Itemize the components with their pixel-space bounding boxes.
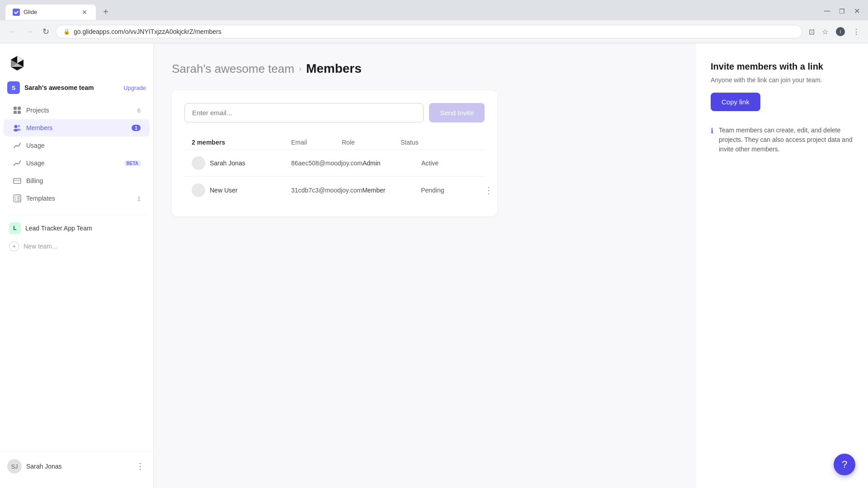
row-menu-button[interactable]: ⋮ [482,183,495,197]
invite-link-desc: Anyone with the link can join your team. [711,76,854,84]
more-options-button[interactable]: ⋮ [850,25,863,39]
sidebar-item-templates[interactable]: Templates 1 [4,190,150,207]
sidebar-item-usage[interactable]: Usage [4,137,150,154]
invite-link-title: Invite members with a link [711,61,854,72]
glide-logo-icon [9,54,25,70]
usage-icon [13,141,22,150]
member-email: 31cdb7c3@moodjoy.com [291,187,362,194]
app-container: S Sarah's awesome team Upgrade Projects … [0,43,868,488]
projects-count: 6 [137,107,141,114]
tab-title: Glide [24,9,77,15]
sidebar-team-lead-tracker[interactable]: L Lead Tracker App Team [0,219,153,238]
svg-rect-7 [14,107,17,110]
user-name: Sarah Jonas [26,463,62,470]
page-title: Members [306,61,362,76]
nav-items: Projects 6 Members 1 Usage [0,98,153,211]
sidebar-divider [7,215,146,215]
usage-beta-icon [13,159,22,168]
page-header: Sarah's awesome team › Members [172,61,678,76]
templates-icon [13,194,22,203]
member-name: New User [210,187,237,194]
lock-icon: 🔒 [63,28,70,35]
send-invite-button[interactable]: Send Invite [429,103,485,122]
nav-actions: ⊡ ☆ I ⋮ [806,24,863,39]
svg-point-13 [18,125,20,127]
info-text: Team members can create, edit, and delet… [719,126,854,154]
member-name: Sarah Jonas [210,160,245,167]
bookmark-button[interactable]: ☆ [819,25,831,39]
svg-rect-8 [18,107,21,110]
browser-tab[interactable]: Glide ✕ [5,5,96,20]
new-tab-button[interactable]: + [99,5,112,19]
members-label: Members [26,124,127,131]
members-badge: 1 [132,125,141,131]
table-row: Sarah Jonas 86aec508@moodjoy.com Admin A… [184,150,485,176]
profile-button[interactable]: I [833,24,848,39]
sidebar-item-projects[interactable]: Projects 6 [4,102,150,119]
members-table: 2 members Email Role Status Sarah Jonas … [184,135,485,204]
tab-favicon [13,9,20,16]
templates-label: Templates [26,195,133,202]
help-button[interactable]: ? [834,454,855,475]
sidebar-logo [0,51,153,78]
svg-rect-18 [14,195,16,202]
sidebar: S Sarah's awesome team Upgrade Projects … [0,43,154,488]
table-header: 2 members Email Role Status [184,135,485,150]
sidebar-item-billing[interactable]: Billing [4,172,150,189]
members-count: 2 members [192,139,291,146]
user-more-button[interactable]: ⋮ [134,460,146,473]
back-button[interactable]: ← [5,25,19,38]
member-role: Admin [363,160,421,167]
actions-column-header [459,139,477,146]
tab-close-button[interactable]: ✕ [80,8,89,16]
team-info: S Sarah's awesome team [7,81,94,94]
lead-tracker-name: Lead Tracker App Team [25,225,92,232]
address-bar[interactable]: 🔒 go.glideapps.com/o/vvJNYITxjzzA0okjckr… [56,25,802,38]
breadcrumb-separator: › [299,64,302,74]
member-status: Pending [421,187,480,194]
new-team-icon: + [9,241,19,251]
minimize-button[interactable]: ─ [821,4,833,19]
billing-label: Billing [26,177,141,184]
copy-link-button[interactable]: Copy link [711,93,760,111]
svg-point-14 [17,129,21,131]
maximize-button[interactable]: ❐ [836,4,848,19]
row-actions: ⋮ [480,183,498,197]
lead-tracker-avatar: L [9,222,21,234]
team-avatar: S [7,81,20,94]
email-input[interactable] [184,103,424,122]
member-avatar [192,183,205,197]
cast-button[interactable]: ⊡ [806,25,817,39]
grid-icon [13,106,22,115]
member-cell: Sarah Jonas [192,156,291,170]
new-team-item[interactable]: + New team... [0,238,153,255]
svg-rect-10 [18,111,21,114]
svg-rect-9 [14,111,17,114]
reload-button[interactable]: ↻ [40,25,52,38]
svg-text:I: I [840,29,841,34]
invite-row: Send Invite [184,103,485,122]
breadcrumb-team[interactable]: Sarah's awesome team [172,62,294,76]
svg-rect-0 [13,9,20,16]
status-column-header: Status [401,139,459,146]
svg-rect-16 [14,180,21,181]
projects-label: Projects [26,107,133,114]
sidebar-item-usage-beta[interactable]: Usage BETA [4,155,150,172]
role-column-header: Role [342,139,401,146]
user-info: SJ Sarah Jonas [7,459,62,474]
close-window-button[interactable]: ✕ [851,4,863,19]
table-row: New User 31cdb7c3@moodjoy.com Member Pen… [184,176,485,204]
member-cell: New User [192,183,291,197]
usage-label: Usage [26,142,141,149]
members-card: Send Invite 2 members Email Role Status … [172,90,497,216]
title-bar: Glide ✕ + ─ ❐ ✕ [0,0,868,20]
info-icon: ℹ [711,127,713,154]
forward-button[interactable]: → [23,25,36,38]
sidebar-item-members[interactable]: Members 1 [4,119,150,136]
member-role: Member [362,187,421,194]
member-status: Active [421,160,480,167]
upgrade-button[interactable]: Upgrade [123,84,146,91]
usage-beta-label: Usage [26,160,118,167]
team-name: Sarah's awesome team [24,84,94,91]
billing-icon [13,176,22,185]
